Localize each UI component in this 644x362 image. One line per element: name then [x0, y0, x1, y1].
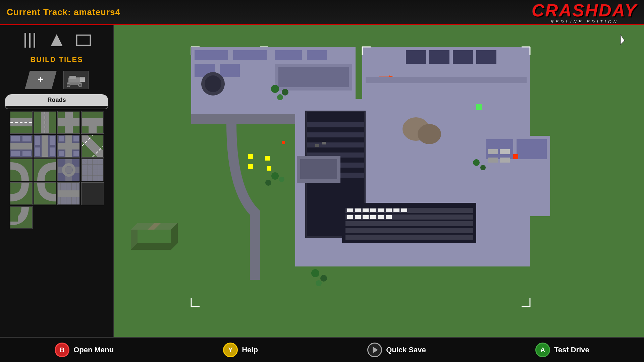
- tile-curve-br[interactable]: [34, 182, 56, 205]
- svg-rect-146: [517, 139, 547, 159]
- svg-rect-117: [248, 154, 253, 159]
- triangle-tool-icon[interactable]: [48, 32, 65, 49]
- svg-rect-13: [80, 78, 85, 82]
- add-road-tab[interactable]: +: [25, 71, 57, 89]
- svg-rect-45: [73, 151, 79, 156]
- svg-rect-136: [393, 208, 399, 212]
- svg-point-160: [320, 275, 327, 282]
- tile-curve-tl[interactable]: [10, 159, 33, 181]
- svg-rect-1: [34, 33, 35, 48]
- svg-rect-127: [345, 221, 473, 226]
- tile-parking2[interactable]: [57, 182, 80, 205]
- test-drive-button[interactable]: A Test Drive: [535, 343, 589, 357]
- svg-point-158: [279, 177, 284, 182]
- svg-rect-68: [58, 190, 79, 197]
- svg-rect-23: [65, 112, 73, 133]
- svg-rect-128: [345, 228, 473, 233]
- svg-rect-41: [65, 135, 72, 157]
- svg-rect-137: [401, 208, 407, 212]
- svg-rect-94: [275, 50, 302, 60]
- tile-straight-v[interactable]: [34, 111, 56, 134]
- svg-rect-4: [76, 35, 91, 46]
- svg-rect-0: [24, 33, 26, 48]
- svg-point-157: [265, 180, 271, 186]
- svg-rect-2: [29, 33, 31, 48]
- mode-tabs: +: [0, 69, 113, 94]
- tile-cross[interactable]: [57, 111, 80, 134]
- svg-rect-42: [59, 136, 64, 141]
- tile-t-junction[interactable]: [81, 111, 104, 134]
- bulldozer-tab[interactable]: [63, 71, 89, 89]
- svg-rect-132: [363, 208, 369, 212]
- svg-rect-35: [35, 136, 40, 145]
- svg-rect-118: [265, 156, 270, 161]
- svg-rect-141: [370, 215, 376, 219]
- svg-rect-148: [500, 149, 510, 154]
- svg-point-153: [271, 85, 279, 93]
- play-button[interactable]: [367, 343, 382, 357]
- svg-point-161: [316, 280, 322, 286]
- tile-roundabout[interactable]: [57, 159, 80, 181]
- roads-dropdown-label[interactable]: Roads: [5, 94, 108, 106]
- quick-save-button[interactable]: Quick Save: [367, 343, 426, 357]
- svg-rect-97: [278, 67, 349, 87]
- tile-straight-h[interactable]: [10, 111, 33, 134]
- svg-rect-38: [50, 147, 55, 156]
- svg-text:+: +: [38, 73, 44, 84]
- svg-point-116: [418, 124, 441, 144]
- current-track-label: Current Track: amateurs4: [7, 7, 120, 17]
- svg-rect-34: [42, 135, 48, 157]
- tile-blank1[interactable]: [81, 182, 104, 205]
- tile-grid: [0, 109, 113, 231]
- map-area[interactable]: [114, 25, 644, 337]
- open-menu-button[interactable]: B Open Menu: [55, 343, 114, 357]
- svg-rect-110: [307, 132, 364, 137]
- roads-dropdown-content: [5, 106, 108, 109]
- svg-point-156: [271, 172, 279, 180]
- svg-rect-129: [345, 235, 473, 240]
- svg-rect-100: [429, 50, 449, 64]
- svg-rect-31: [11, 151, 20, 156]
- help-label: Help: [242, 346, 258, 354]
- svg-rect-149: [488, 158, 498, 163]
- tile-curve-tr[interactable]: [34, 159, 56, 181]
- svg-rect-32: [22, 151, 31, 156]
- tile-diagonal[interactable]: [81, 135, 104, 158]
- svg-rect-36: [50, 136, 55, 145]
- bottom-bar: B Open Menu Y Help Quick Save A Test Dri…: [0, 337, 644, 362]
- tile-curve-bl[interactable]: [10, 182, 33, 205]
- svg-rect-44: [59, 151, 64, 156]
- tile-city-2[interactable]: [34, 135, 56, 158]
- svg-rect-143: [386, 215, 392, 219]
- svg-rect-142: [378, 215, 384, 219]
- tile-corner-road[interactable]: [10, 206, 33, 229]
- svg-rect-131: [355, 208, 361, 212]
- svg-point-155: [277, 94, 283, 100]
- crashday-logo: CRASHDAY REDLINE EDITION: [532, 2, 637, 24]
- top-bar: Current Track: amateurs4 CRASHDAY REDLIN…: [0, 0, 644, 25]
- svg-rect-86: [195, 50, 228, 60]
- svg-rect-133: [370, 208, 376, 212]
- svg-rect-151: [476, 126, 483, 153]
- a-button[interactable]: A: [535, 343, 550, 357]
- svg-rect-178: [513, 154, 518, 159]
- tile-parking[interactable]: [81, 159, 104, 181]
- y-button[interactable]: Y: [223, 343, 238, 357]
- svg-rect-105: [366, 77, 527, 83]
- svg-point-154: [282, 89, 288, 96]
- svg-point-11: [67, 83, 70, 87]
- svg-rect-26: [89, 118, 97, 133]
- road-tool-icon[interactable]: [21, 32, 38, 49]
- frame-tool-icon[interactable]: [75, 32, 92, 49]
- tile-city-3[interactable]: [57, 135, 80, 158]
- b-button[interactable]: B: [55, 343, 69, 357]
- svg-rect-130: [347, 208, 353, 212]
- svg-rect-43: [73, 136, 79, 141]
- help-button[interactable]: Y Help: [223, 343, 258, 357]
- open-menu-label: Open Menu: [73, 346, 114, 354]
- tile-city-1[interactable]: [10, 135, 33, 158]
- roads-dropdown[interactable]: Roads: [5, 94, 108, 109]
- svg-marker-14: [80, 77, 85, 78]
- svg-rect-56: [65, 159, 72, 181]
- svg-point-91: [205, 75, 221, 92]
